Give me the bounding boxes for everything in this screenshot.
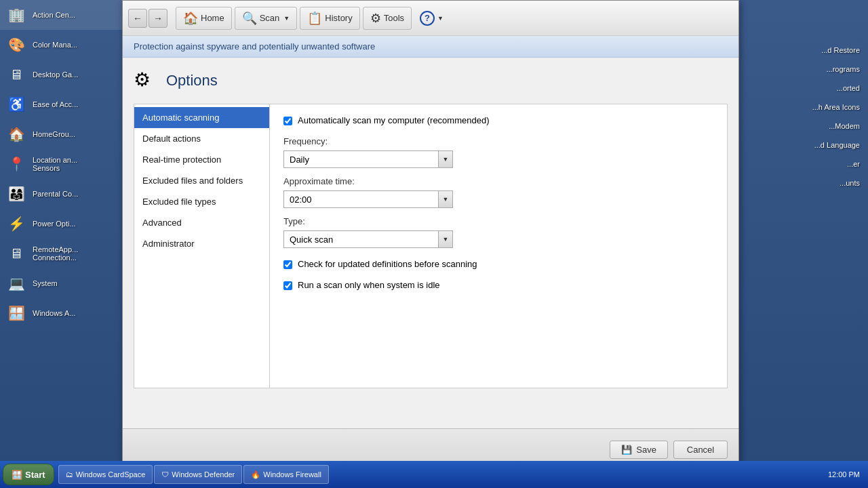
auto-scan-checkbox[interactable] <box>283 117 292 125</box>
desktop-item-homegroup[interactable]: 🏠 HomeGrou... <box>0 119 122 149</box>
clock-time: 12:00 PM <box>828 470 860 479</box>
right-item-language[interactable]: ...d Language <box>739 136 868 155</box>
nav-item-automatic-scanning[interactable]: Automatic scanning <box>134 107 269 128</box>
scan-dropdown-arrow[interactable]: ▼ <box>283 15 290 22</box>
auto-scan-label[interactable]: Automatically scan my computer (recommen… <box>298 115 490 125</box>
approx-time-dropdown-arrow[interactable]: ▼ <box>438 190 453 208</box>
forward-button[interactable]: → <box>149 9 167 28</box>
taskbar-item-cardspace[interactable]: 🗂 Windows CardSpace <box>58 465 153 484</box>
history-button[interactable]: 📋 History <box>300 7 359 30</box>
idle-scan-label[interactable]: Run a scan only when system is idle <box>298 280 440 290</box>
save-label: Save <box>636 445 656 455</box>
ease-of-access-icon: ♿ <box>5 94 27 115</box>
desktop-item-remote-app[interactable]: 🖥 RemoteApp...Connection... <box>0 239 122 268</box>
nav-item-default-actions[interactable]: Default actions <box>134 128 269 149</box>
desktop-item-ease-of-access[interactable]: ♿ Ease of Acc... <box>0 89 122 119</box>
frequency-label: Frequency: <box>283 136 713 146</box>
windows-logo-icon: 🪟 <box>12 470 22 480</box>
taskbar-item-firewall[interactable]: 🔥 Windows Firewall <box>243 465 329 484</box>
desktop-item-action-center[interactable]: 🏢 Action Cen... <box>0 0 122 30</box>
power-options-icon: ⚡ <box>5 213 27 235</box>
nav-group: ← → <box>128 9 167 28</box>
check-definitions-row: Check for updated definitions before sca… <box>283 259 713 269</box>
power-options-label: Power Opti... <box>33 220 76 228</box>
help-button[interactable]: ? ▼ <box>414 7 449 30</box>
nav-item-advanced[interactable]: Advanced <box>134 212 269 233</box>
tools-icon: ⚙ <box>370 11 381 26</box>
history-label: History <box>325 13 352 23</box>
nav-item-administrator[interactable]: Administrator <box>134 233 269 254</box>
help-dropdown-arrow[interactable]: ▼ <box>437 15 443 22</box>
homegroup-label: HomeGrou... <box>33 130 75 138</box>
cancel-button[interactable]: Cancel <box>673 441 728 459</box>
start-label: Start <box>25 470 45 480</box>
desktop-right-panel: ...d Restore ...rograms ...orted ...h Ar… <box>739 0 868 461</box>
idle-scan-checkbox[interactable] <box>283 281 292 290</box>
cardspace-icon: 🗂 <box>66 470 73 479</box>
approx-time-label: Approximate time: <box>283 176 713 186</box>
firewall-icon: 🔥 <box>251 470 260 479</box>
taskbar-item-defender[interactable]: 🛡 Windows Defender <box>154 465 242 484</box>
desktop-item-desktop-gadgets[interactable]: 🖥 Desktop Ga... <box>0 60 122 89</box>
parental-controls-label: Parental Co... <box>33 190 78 198</box>
back-button[interactable]: ← <box>128 9 147 28</box>
start-button[interactable]: 🪟 Start <box>3 464 54 485</box>
home-label: Home <box>201 13 224 23</box>
color-management-icon: 🎨 <box>5 34 27 56</box>
nav-item-real-time-protection[interactable]: Real-time protection <box>134 149 269 170</box>
desktop-gadgets-label: Desktop Ga... <box>33 70 78 79</box>
type-select[interactable]: Quick scan Full scan <box>283 230 438 248</box>
desktop-item-parental-controls[interactable]: 👨‍👩‍👧 Parental Co... <box>0 179 122 209</box>
help-icon: ? <box>420 11 435 26</box>
subtitle-bar: Protection against spyware and potential… <box>123 36 738 58</box>
frequency-dropdown-arrow[interactable]: ▼ <box>438 150 453 168</box>
nav-item-excluded-files-folders[interactable]: Excluded files and folders <box>134 170 269 191</box>
right-item-accounts[interactable]: ...unts <box>739 174 868 192</box>
desktop-item-system[interactable]: 💻 System <box>0 268 122 298</box>
defender-icon: 🛡 <box>161 470 169 479</box>
right-item-sorted[interactable]: ...orted <box>739 79 868 98</box>
location-sensors-icon: 📍 <box>5 153 27 175</box>
system-label: System <box>33 279 58 287</box>
auto-scan-row: Automatically scan my computer (recommen… <box>283 115 713 125</box>
check-definitions-checkbox[interactable] <box>283 260 292 269</box>
subtitle-text: Protection against spyware and potential… <box>134 41 375 52</box>
check-definitions-label[interactable]: Check for updated definitions before sca… <box>298 259 477 269</box>
scan-icon: 🔍 <box>242 11 257 26</box>
home-icon: 🏠 <box>183 11 198 26</box>
type-label: Type: <box>283 216 713 226</box>
approx-time-select[interactable]: 02:00 01:00 03:00 04:00 <box>283 190 438 208</box>
desktop-item-color-management[interactable]: 🎨 Color Mana... <box>0 30 122 60</box>
tools-label: Tools <box>384 13 404 23</box>
home-button[interactable]: 🏠 Home <box>176 7 232 30</box>
taskbar-clock: 12:00 PM <box>823 470 865 479</box>
firewall-label: Windows Firewall <box>263 470 321 479</box>
system-icon: 💻 <box>5 272 27 294</box>
options-container: Automatic scanning Default actions Real-… <box>134 104 728 388</box>
desktop-item-windows-anytime[interactable]: 🪟 Windows A... <box>0 298 122 328</box>
type-dropdown-arrow[interactable]: ▼ <box>438 230 453 248</box>
nav-item-excluded-file-types[interactable]: Excluded file types <box>134 191 269 212</box>
toolbar: ← → 🏠 Home 🔍 Scan ▼ 📋 History ⚙ Tools ? … <box>123 1 738 36</box>
right-item-area-icons[interactable]: ...h Area Icons <box>739 98 868 117</box>
tools-button[interactable]: ⚙ Tools <box>363 7 412 30</box>
windows-anytime-icon: 🪟 <box>5 302 27 324</box>
action-center-icon: 🏢 <box>5 4 27 26</box>
right-item-restore[interactable]: ...d Restore <box>739 41 868 60</box>
desktop-item-power-options[interactable]: ⚡ Power Opti... <box>0 209 122 239</box>
scan-button[interactable]: 🔍 Scan ▼ <box>235 7 298 30</box>
right-item-er[interactable]: ...er <box>739 155 868 174</box>
remote-app-label: RemoteApp...Connection... <box>33 245 78 262</box>
save-icon: 💾 <box>621 445 632 455</box>
cardspace-label: Windows CardSpace <box>76 470 146 479</box>
taskbar: 🪟 Start 🗂 Windows CardSpace 🛡 Windows De… <box>0 461 868 488</box>
color-management-label: Color Mana... <box>33 41 77 49</box>
desktop-item-location-sensors[interactable]: 📍 Location an...Sensors <box>0 149 122 179</box>
right-item-programs[interactable]: ...rograms <box>739 60 868 79</box>
approx-time-dropdown-wrapper: 02:00 01:00 03:00 04:00 ▼ <box>283 190 453 208</box>
automatic-scanning-panel: Automatically scan my computer (recommen… <box>270 104 727 388</box>
save-button[interactable]: 💾 Save <box>610 441 668 459</box>
frequency-select[interactable]: Daily Weekly Monthly <box>283 150 438 168</box>
remote-app-icon: 🖥 <box>5 243 27 264</box>
right-item-modem[interactable]: ...Modem <box>739 117 868 136</box>
